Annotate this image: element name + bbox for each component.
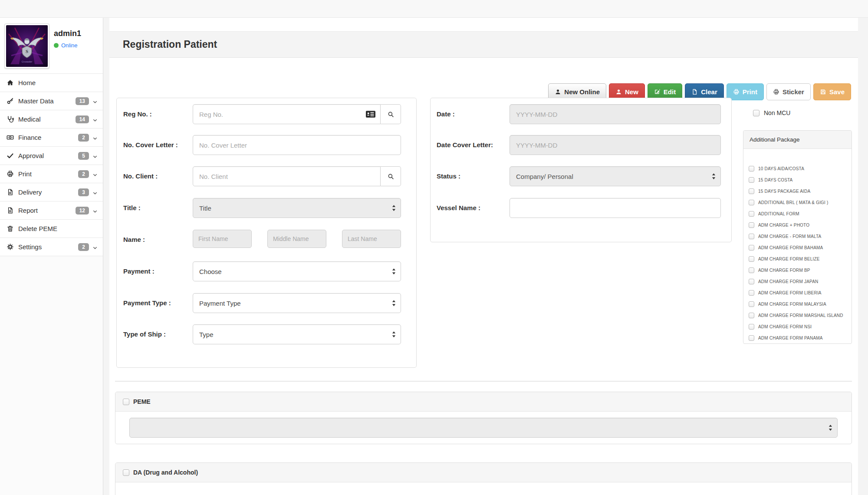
sidebar-item-home[interactable]: Home bbox=[0, 74, 103, 92]
package-checkbox[interactable] bbox=[749, 188, 754, 194]
type-of-ship-label: Type of Ship : bbox=[117, 324, 193, 344]
report-icon bbox=[6, 207, 14, 214]
vessel-name-input[interactable] bbox=[510, 198, 721, 218]
sticker-button[interactable]: Sticker bbox=[766, 83, 811, 100]
reg-no-input[interactable] bbox=[193, 104, 381, 124]
peme-label: PEME bbox=[133, 398, 151, 405]
sidebar-item-label: Settings bbox=[18, 243, 42, 251]
package-checkbox[interactable] bbox=[749, 267, 754, 273]
last-name-input[interactable] bbox=[342, 230, 401, 248]
registration-right-panel: Date : Date Cover Letter: Status : Compa… bbox=[430, 98, 732, 242]
package-checkbox[interactable] bbox=[749, 222, 754, 228]
payment-select[interactable]: Choose bbox=[193, 261, 401, 281]
package-checkbox[interactable] bbox=[749, 290, 754, 296]
sidebar-item-medical[interactable]: Medical 14 bbox=[0, 110, 103, 129]
package-item: 10 DAYS AIDA/COSTA bbox=[749, 163, 848, 174]
package-item: ADDITIONAL BRL ( MATA & GIGI ) bbox=[749, 197, 848, 208]
sidebar-item-delivery[interactable]: Delivery 3 bbox=[0, 183, 103, 201]
type-of-ship-select[interactable]: Type bbox=[193, 324, 401, 344]
package-item: ADM CHARGE FORM MALAYSIA bbox=[749, 298, 848, 310]
chevron-down-icon bbox=[92, 208, 98, 213]
sidebar-item-label: Delivery bbox=[18, 188, 42, 196]
page-title: Registration Patient bbox=[123, 39, 217, 50]
sidebar-item-report[interactable]: Report 12 bbox=[0, 201, 103, 220]
save-icon bbox=[820, 89, 826, 95]
print-button[interactable]: Print bbox=[727, 83, 764, 100]
first-name-input[interactable] bbox=[193, 230, 252, 248]
search-icon bbox=[387, 173, 395, 180]
sidebar-item-label: Finance bbox=[18, 134, 41, 141]
da-checkbox[interactable] bbox=[123, 469, 129, 476]
package-checkbox[interactable] bbox=[749, 245, 754, 251]
chevron-down-icon bbox=[92, 135, 98, 140]
status-select[interactable]: Company/ Personal bbox=[510, 166, 721, 186]
package-item: 15 DAYS PACKAGE AIDA bbox=[749, 185, 848, 197]
no-client-search-button[interactable] bbox=[381, 166, 401, 186]
chevron-down-icon bbox=[92, 172, 98, 177]
edit-icon bbox=[654, 89, 661, 95]
sidebar-item-settings[interactable]: Settings 2 bbox=[0, 238, 103, 256]
user-profile: S Crusader admin1 Online bbox=[0, 18, 103, 74]
package-item: ADM CHARGE + PHOTO bbox=[749, 219, 848, 231]
package-checkbox[interactable] bbox=[749, 256, 754, 262]
date-cover-letter-label: Date Cover Letter: bbox=[431, 135, 510, 155]
da-section: DA (Drug and Alcohol) bbox=[115, 462, 852, 495]
select-arrows-icon bbox=[391, 300, 396, 307]
select-arrows-icon bbox=[391, 268, 396, 275]
count-badge: 2 bbox=[78, 170, 89, 178]
sidebar-item-print[interactable]: Print 2 bbox=[0, 165, 103, 183]
date-input[interactable] bbox=[510, 104, 721, 124]
reg-no-label: Reg No. : bbox=[117, 104, 193, 124]
printer-icon bbox=[733, 89, 740, 95]
chevron-down-icon bbox=[92, 190, 98, 195]
package-checkbox[interactable] bbox=[749, 335, 754, 341]
sidebar-item-approval[interactable]: Approval 5 bbox=[0, 147, 103, 165]
da-label: DA (Drug and Alcohol) bbox=[133, 469, 198, 476]
non-mcu-label: Non MCU bbox=[764, 109, 790, 116]
title-select[interactable]: Title bbox=[193, 198, 401, 218]
sidebar-item-delete-peme[interactable]: Delete PEME bbox=[0, 220, 103, 238]
key-icon bbox=[6, 97, 14, 105]
search-icon bbox=[387, 111, 395, 118]
peme-select[interactable] bbox=[129, 418, 838, 438]
package-checkbox[interactable] bbox=[749, 211, 754, 217]
section-divider bbox=[115, 381, 852, 382]
package-checkbox[interactable] bbox=[749, 313, 754, 318]
sidebar-item-finance[interactable]: Finance 2 bbox=[0, 129, 103, 147]
sidebar-item-label: Master Data bbox=[18, 97, 54, 105]
package-checkbox[interactable] bbox=[749, 301, 754, 307]
reg-no-search-button[interactable] bbox=[381, 104, 401, 124]
select-arrows-icon bbox=[391, 331, 396, 338]
package-checkbox[interactable] bbox=[749, 166, 754, 172]
sidebar-item-label: Delete PEME bbox=[18, 225, 57, 232]
package-checkbox[interactable] bbox=[749, 200, 754, 205]
save-button[interactable]: Save bbox=[813, 83, 851, 100]
non-mcu-field: Non MCU bbox=[753, 109, 790, 116]
count-badge: 2 bbox=[78, 134, 89, 142]
sidebar-item-label: Home bbox=[18, 79, 36, 86]
peme-checkbox[interactable] bbox=[123, 399, 129, 405]
no-cover-letter-input[interactable] bbox=[193, 135, 401, 155]
printer-icon bbox=[6, 170, 14, 178]
date-cover-letter-input[interactable] bbox=[510, 135, 721, 155]
count-badge: 13 bbox=[76, 97, 89, 105]
sidebar-item-master-data[interactable]: Master Data 13 bbox=[0, 92, 103, 110]
count-badge: 3 bbox=[78, 188, 89, 196]
payment-type-select[interactable]: Payment Type bbox=[193, 293, 401, 313]
middle-name-input[interactable] bbox=[267, 230, 326, 248]
select-arrows-icon bbox=[711, 173, 716, 180]
sidebar-menu: Home Master Data 13 Medical 14 Finance 2… bbox=[0, 74, 103, 256]
package-checkbox[interactable] bbox=[749, 324, 754, 330]
package-checkbox[interactable] bbox=[749, 279, 754, 284]
no-client-input[interactable] bbox=[193, 166, 381, 186]
package-checkbox[interactable] bbox=[749, 234, 754, 239]
package-checkbox[interactable] bbox=[749, 177, 754, 183]
package-item: ADM CHARGE FORM BAHAMA bbox=[749, 242, 848, 253]
package-item: ADM CHARGE FORM BELIZE bbox=[749, 253, 848, 264]
stethoscope-icon bbox=[6, 116, 14, 123]
printer-icon bbox=[773, 89, 779, 95]
avatar: S Crusader bbox=[4, 23, 49, 69]
non-mcu-checkbox[interactable] bbox=[753, 110, 760, 116]
trash-icon bbox=[6, 225, 14, 233]
package-item: ADM CHARGE FORM LIBERIA bbox=[749, 287, 848, 298]
